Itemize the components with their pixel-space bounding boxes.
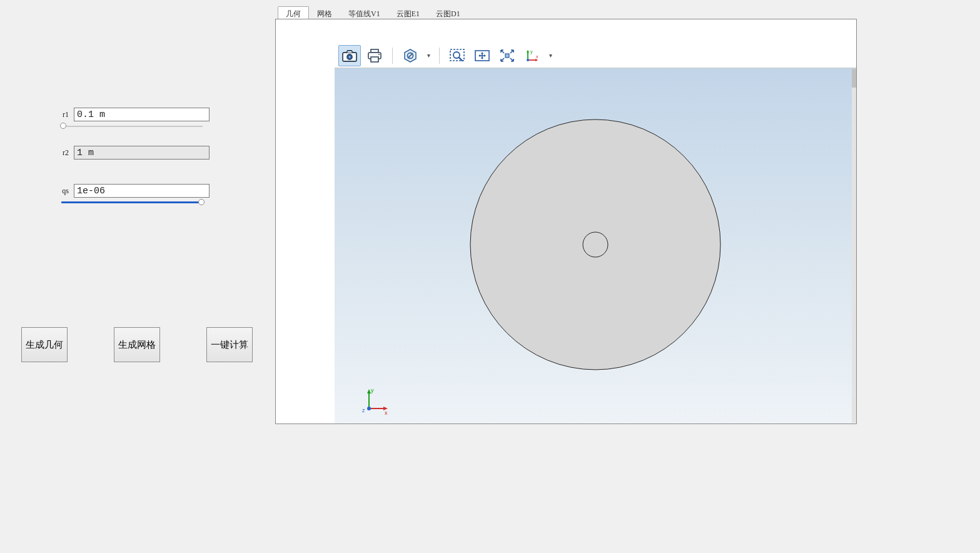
- left-panel: r1 r2 qs: [0, 0, 275, 553]
- param-r1: r1: [56, 108, 210, 129]
- snapshot-button[interactable]: [338, 45, 361, 66]
- main-panel: 几何 网格 等值线V1 云图E1 云图D1: [275, 0, 980, 553]
- printer-icon: [367, 49, 382, 63]
- svg-point-2: [349, 56, 351, 58]
- param-r1-label: r1: [56, 110, 69, 119]
- zoom-extents-icon: [500, 49, 515, 63]
- pan-icon: [475, 49, 490, 63]
- hide-button[interactable]: [399, 45, 422, 66]
- param-qs: qs: [56, 184, 210, 205]
- action-buttons: 生成几何 生成网格 一键计算: [21, 327, 253, 362]
- zoom-box-icon: [450, 49, 465, 63]
- print-button[interactable]: [363, 45, 386, 66]
- qs-input[interactable]: [74, 184, 210, 198]
- toolbar-separator: [439, 48, 440, 64]
- orient-axes-icon: y x: [525, 49, 540, 63]
- param-qs-label: qs: [56, 186, 69, 196]
- r1-slider[interactable]: [60, 124, 204, 129]
- axis-x-label: x: [536, 54, 538, 59]
- plot-vertical-scrollbar[interactable]: [852, 69, 857, 423]
- generate-mesh-button[interactable]: 生成网格: [114, 327, 160, 362]
- compute-button[interactable]: 一键计算: [206, 327, 253, 362]
- geometry-canvas[interactable]: y x z: [335, 68, 857, 424]
- qs-slider[interactable]: [60, 200, 204, 205]
- svg-rect-10: [450, 49, 464, 61]
- svg-point-6: [378, 54, 380, 55]
- viewer-frame: y x y: [275, 19, 857, 424]
- param-r2-label: r2: [56, 148, 69, 158]
- svg-rect-5: [371, 57, 378, 62]
- toolbar-separator: [392, 48, 393, 64]
- hide-dropdown[interactable]: [424, 45, 433, 66]
- param-r2: r2: [56, 146, 210, 160]
- r2-input[interactable]: [74, 146, 210, 160]
- svg-text:x: x: [385, 410, 388, 416]
- app-root: r1 r2 qs: [0, 0, 980, 553]
- zoom-box-button[interactable]: [446, 45, 468, 66]
- axis-triad: y x z: [360, 385, 391, 416]
- axis-y-label: y: [530, 49, 533, 54]
- svg-text:z: z: [362, 407, 365, 413]
- svg-rect-14: [505, 54, 509, 58]
- svg-point-24: [367, 407, 371, 410]
- orient-axes-button[interactable]: y x: [521, 45, 543, 66]
- r1-input[interactable]: [74, 108, 210, 121]
- svg-point-17: [527, 59, 529, 61]
- orient-dropdown[interactable]: [546, 45, 555, 66]
- hide-icon: [403, 49, 417, 63]
- plot-toolbar: y x: [335, 43, 857, 68]
- svg-point-19: [583, 232, 608, 257]
- plot-area: y x y: [335, 43, 857, 424]
- svg-text:y: y: [371, 387, 374, 393]
- pan-button[interactable]: [471, 45, 493, 66]
- zoom-extents-button[interactable]: [496, 45, 518, 66]
- camera-icon: [342, 49, 357, 62]
- generate-geometry-button[interactable]: 生成几何: [21, 327, 68, 362]
- geometry-svg: [335, 68, 857, 424]
